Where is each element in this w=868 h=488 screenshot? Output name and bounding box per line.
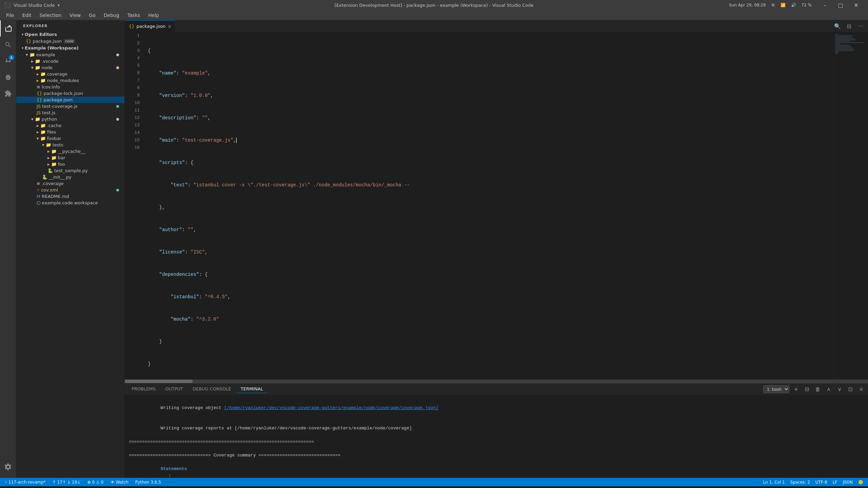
menu-go[interactable]: Go [85, 11, 99, 19]
terminal-content[interactable]: Writing coverage object [/home/ryanluker… [125, 395, 868, 478]
tab-terminal[interactable]: TERMINAL [237, 385, 267, 393]
scrollbar-thumb[interactable] [125, 380, 193, 383]
tests-label: tests [53, 142, 63, 147]
settings-icon[interactable]: ⚙ [771, 3, 775, 7]
git-branch-item[interactable]: ⑂ 117-arch-revamp* [3, 480, 47, 485]
source-control-badge: 4 [9, 55, 14, 60]
open-editor-package-json[interactable]: {} package.json node [16, 38, 124, 44]
feedback-item[interactable]: 🙂 [857, 480, 865, 485]
menu-help[interactable]: Help [145, 11, 162, 19]
tree-test-coverage[interactable]: JS test-coverage.js [16, 103, 124, 109]
files-label: files [47, 129, 56, 135]
maximize-panel-icon[interactable]: ⊡ [846, 385, 854, 393]
tree-files[interactable]: ▸ 📁 files [16, 129, 124, 135]
tree-test-sample[interactable]: 🐍 test_sample.py [16, 167, 124, 174]
code-line-10: "license": "ISC", [148, 248, 834, 256]
tree-tests[interactable]: ▾ 📁 tests [16, 142, 124, 148]
window-title: [Extension Development Host] - package.j… [335, 3, 534, 8]
coverage-link-1[interactable]: [/home/ryanluker/dev/vscode-coverage-gut… [224, 405, 438, 410]
menu-debug[interactable]: Debug [100, 11, 123, 19]
open-editors-arrow: ▾ [22, 33, 23, 36]
activity-extensions[interactable] [0, 85, 16, 102]
tree-test-js[interactable]: JS test.js [16, 109, 124, 116]
tab-problems[interactable]: PROBLEMS [127, 385, 160, 393]
open-editors-header[interactable]: ▾ Open Editors [16, 31, 124, 38]
tree-node-modules[interactable]: ▸ 📁 node_modules [16, 77, 124, 84]
titlebar-dropdown[interactable]: ▾ [58, 3, 60, 8]
activity-settings[interactable] [0, 459, 16, 475]
encoding-item[interactable]: UTF-8 [814, 480, 829, 485]
workspace-header[interactable]: ▾ Example (Workspace) [16, 44, 124, 52]
activity-search[interactable] [0, 37, 16, 53]
network-icon: 📶 [781, 3, 786, 7]
watch-item[interactable]: 👁 Watch [109, 480, 130, 485]
activity-source-control[interactable]: 4 [0, 53, 16, 69]
tab-output[interactable]: OUTPUT [161, 385, 187, 393]
tree-bar[interactable]: ▸ 📁 bar [16, 155, 124, 161]
position-item[interactable]: Ln 1, Col 1 [762, 480, 786, 485]
panel-toolbar: 1: bash + ⊟ 🗑 ∧ ∨ ⊡ × [763, 385, 865, 393]
menu-view[interactable]: View [66, 11, 84, 19]
editor-body: 12345 678910 1112131415 16 { "name": "ex… [125, 32, 868, 478]
menu-edit[interactable]: Edit [19, 11, 35, 19]
tree-dot-coverage[interactable]: ≡ .coverage [16, 180, 124, 187]
language-item[interactable]: JSON [841, 480, 854, 485]
split-terminal-icon[interactable]: ⊟ [803, 385, 811, 393]
term-line-2: Writing coverage reports at [/home/ryanl… [129, 418, 864, 439]
more-actions-icon[interactable]: ··· [856, 21, 865, 31]
titlebar: ⬛ Visual Studio Code ▾ [Extension Develo… [0, 0, 868, 10]
tree-init-py[interactable]: 🐍 __init__.py [16, 174, 124, 180]
tree-cache[interactable]: ▸ 📁 .cache [16, 122, 124, 129]
maximize-button[interactable]: □ [833, 0, 848, 10]
close-button[interactable]: ✕ [848, 0, 864, 10]
new-terminal-icon[interactable]: + [792, 385, 800, 393]
trash-terminal-icon[interactable]: 🗑 [814, 385, 822, 393]
tree-example[interactable]: ▾ 📁 example [16, 52, 124, 58]
search-editor-icon[interactable]: 🔍 [833, 21, 842, 31]
position-label: Ln 1, Col 1 [763, 480, 785, 485]
terminal-scroll-down[interactable]: ∨ [835, 385, 844, 393]
cache-label: .cache [47, 123, 62, 128]
tree-vscode[interactable]: ▸ 📁 .vscode [16, 58, 124, 64]
tree-foobar[interactable]: ▾ 📁 foobar [16, 135, 124, 142]
sync-item[interactable]: ↑ 17↑ ↓ 19↓ [51, 480, 82, 485]
tab-package-json[interactable]: {} package.json × [125, 20, 175, 32]
python-item[interactable]: Python 3.6.5 [134, 480, 162, 485]
editor-scrollbar[interactable] [125, 380, 868, 383]
tree-node[interactable]: ▾ 📁 node [16, 64, 124, 71]
app-name: Visual Studio Code [14, 3, 55, 8]
tree-cov-xml[interactable]: ⚡ cov.xml [16, 187, 124, 193]
shell-selector[interactable]: 1: bash [763, 385, 789, 393]
menu-tasks[interactable]: Tasks [124, 11, 144, 19]
json-icon: {} [26, 39, 32, 44]
activity-debug[interactable] [0, 69, 16, 85]
tree-lcov[interactable]: ≡ lcov.info [16, 84, 124, 90]
package-json-label: package.json [44, 97, 73, 102]
close-panel-icon[interactable]: × [857, 385, 865, 393]
menu-file[interactable]: File [3, 11, 17, 19]
spaces-item[interactable]: Spaces: 2 [789, 480, 811, 485]
code-line-6: "scripts": { [148, 159, 834, 166]
line-ending-item[interactable]: LF [831, 480, 839, 485]
tab-debug-console[interactable]: DEBUG CONSOLE [189, 385, 235, 393]
tree-readme[interactable]: M README.md [16, 193, 124, 200]
minimize-button[interactable]: – [817, 0, 833, 10]
python-label: python [42, 117, 57, 122]
errors-item[interactable]: ⊗ 0 ⚠ 0 [86, 480, 105, 485]
terminal-scroll-up[interactable]: ∧ [825, 385, 833, 393]
tree-coverage[interactable]: ▸ 📁 coverage [16, 71, 124, 77]
code-content[interactable]: { "name": "example", "version": "1.0.0",… [142, 32, 834, 380]
statusbar-right: Ln 1, Col 1 Spaces: 2 UTF-8 LF JSON 🙂 [762, 480, 865, 485]
tree-package-json[interactable]: {} package.json [16, 97, 124, 103]
tree-package-lock[interactable]: {} package-lock.json [16, 90, 124, 97]
split-editor-icon[interactable]: ⊟ [844, 21, 854, 31]
tree-python[interactable]: ▾ 📁 python [16, 116, 124, 122]
test-coverage-dot [116, 105, 119, 108]
code-editor[interactable]: 12345 678910 1112131415 16 { "name": "ex… [125, 32, 868, 380]
tree-foo[interactable]: ▸ 📁 foo [16, 161, 124, 167]
menu-selection[interactable]: Selection [36, 11, 65, 19]
tab-close-button[interactable]: × [167, 24, 172, 29]
tree-workspace-file[interactable]: ⬡ example.code.workspace [16, 200, 124, 206]
tree-pycache[interactable]: ▸ 📁 __pycache__ [16, 148, 124, 155]
activity-explorer[interactable] [0, 20, 16, 37]
